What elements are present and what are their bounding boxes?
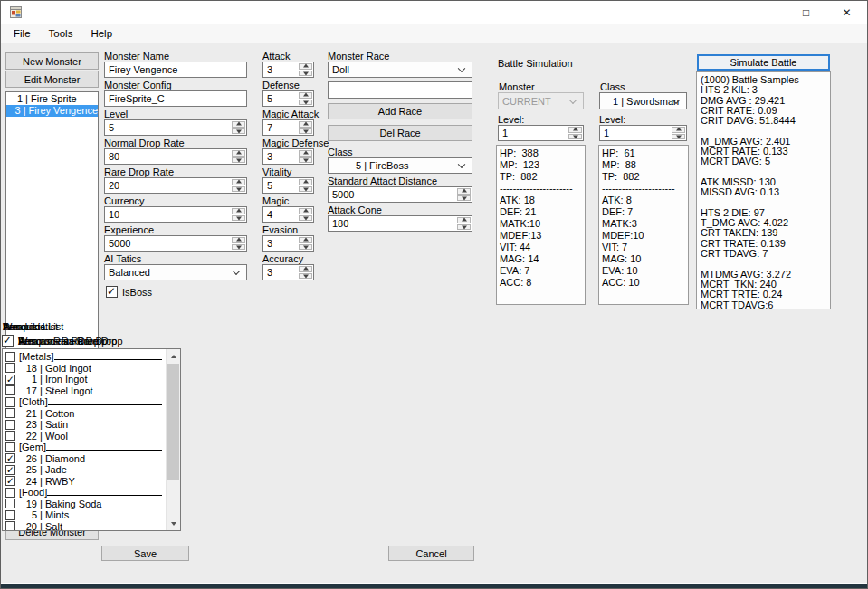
row-name: Jade: [37, 464, 67, 475]
row-name: [Food]: [19, 487, 47, 498]
row-name: Salt: [37, 521, 62, 531]
row-number: 19: [17, 499, 37, 509]
drop-list-column: Resource List Resource as Rare Drop: [2, 321, 181, 531]
row-number: 20: [17, 521, 37, 531]
app-icon: [9, 5, 24, 20]
drop-list-row[interactable]: 20 Salt: [3, 521, 165, 532]
row-name: Steel Ingot: [37, 385, 93, 396]
window-controls: — □ ✕: [745, 1, 867, 24]
save-button[interactable]: Save: [101, 546, 189, 561]
row-name: [Cloth]: [19, 396, 48, 407]
drop-list-row[interactable]: 23 Satin: [3, 419, 165, 431]
row-checkbox[interactable]: [5, 442, 15, 452]
menu-item[interactable]: Help: [81, 24, 121, 43]
drop-list-row[interactable]: [Gem]: [3, 442, 165, 453]
client-area: New Monster Edit Monster 1Fire Sprite 3F…: [2, 43, 866, 583]
row-name: [Gem]: [19, 442, 46, 452]
row-checkbox[interactable]: [5, 488, 15, 498]
drop-list-row[interactable]: 1 Iron Ingot: [3, 374, 165, 385]
category-underline: [54, 359, 162, 360]
window-bottom-edge: [1, 583, 867, 588]
maximize-icon[interactable]: □: [786, 1, 826, 24]
scrollbar-down-icon[interactable]: [167, 517, 180, 530]
scrollbar-thumb[interactable]: [167, 364, 179, 480]
row-name: Wool: [37, 431, 68, 442]
minimize-icon[interactable]: —: [745, 1, 786, 24]
row-name: Baking Soda: [37, 499, 101, 509]
row-name: Mints: [37, 509, 69, 520]
category-underline: [46, 450, 162, 451]
row-number: 17: [17, 385, 37, 396]
row-number: 22: [17, 431, 37, 442]
drop-listbox[interactable]: [Metals] 18 Gold Ingot: [2, 348, 181, 531]
row-checkbox[interactable]: [5, 510, 15, 520]
drop-list-row[interactable]: [Cloth]: [3, 396, 165, 408]
titlebar[interactable]: — □ ✕: [1, 1, 867, 24]
menu-bar: FileToolsHelp: [1, 24, 867, 43]
row-checkbox[interactable]: [5, 476, 15, 486]
drop-list-row[interactable]: 22 Wool: [3, 431, 165, 442]
row-checkbox[interactable]: [5, 385, 15, 395]
drop-list-row[interactable]: 19 Baking Soda: [3, 499, 165, 510]
row-checkbox[interactable]: [5, 420, 15, 430]
rare-drop-label: Resource as Rare Drop: [18, 336, 123, 347]
row-name: Satin: [37, 419, 68, 430]
row-name: RWBY: [37, 476, 75, 487]
row-checkbox[interactable]: [5, 363, 15, 373]
row-checkbox[interactable]: [5, 408, 15, 418]
row-checkbox[interactable]: [5, 453, 15, 463]
row-name: Gold Ingot: [37, 363, 91, 374]
close-icon[interactable]: ✕: [826, 1, 867, 24]
row-number: 24: [17, 476, 37, 487]
scrollbar[interactable]: [166, 349, 180, 530]
drop-list-row[interactable]: [Metals]: [3, 351, 165, 363]
scrollbar-up-icon[interactable]: [167, 349, 180, 363]
rare-drop-row: Resource as Rare Drop: [2, 335, 181, 347]
row-checkbox[interactable]: [5, 431, 15, 441]
row-name: Iron Ingot: [37, 374, 87, 385]
row-checkbox[interactable]: [5, 499, 15, 508]
drop-list-title: Resource List: [2, 321, 181, 332]
row-number: 18: [17, 363, 37, 374]
cancel-button[interactable]: Cancel: [388, 546, 474, 561]
app-window: — □ ✕ FileToolsHelp New Monster Edit Mon…: [0, 0, 868, 589]
row-number: 5: [17, 509, 37, 520]
row-checkbox[interactable]: [5, 521, 15, 531]
row-name: [Metals]: [19, 351, 54, 362]
drop-list-row[interactable]: 18 Gold Ingot: [3, 363, 165, 375]
menu-item[interactable]: File: [5, 24, 40, 43]
row-checkbox[interactable]: [5, 465, 15, 475]
row-name: Cotton: [37, 408, 74, 419]
menu-item[interactable]: Tools: [40, 24, 82, 43]
category-underline: [48, 404, 162, 405]
drop-list-row[interactable]: 26 Diamond: [3, 453, 165, 465]
category-underline: [47, 495, 162, 496]
row-checkbox[interactable]: [5, 397, 15, 407]
row-number: 1: [17, 374, 37, 385]
row-number: 21: [17, 408, 37, 419]
rare-drop-checkbox[interactable]: [2, 335, 14, 347]
row-number: 26: [17, 453, 37, 464]
drop-list-row[interactable]: 5 Mints: [3, 509, 165, 521]
row-checkbox[interactable]: [5, 352, 15, 362]
row-checkbox[interactable]: [5, 375, 15, 385]
row-name: Diamond: [37, 453, 85, 464]
drop-list-row[interactable]: [Food]: [3, 487, 165, 499]
drop-list-row[interactable]: 25 Jade: [3, 464, 165, 476]
row-number: 25: [17, 464, 37, 475]
drop-lists: Item List Item as Rare Drop: [2, 43, 866, 583]
row-number: 23: [17, 419, 37, 430]
drop-list-row[interactable]: 24 RWBY: [3, 476, 165, 488]
drop-list-row[interactable]: 17 Steel Ingot: [3, 385, 165, 397]
drop-list-row[interactable]: 21 Cotton: [3, 408, 165, 420]
